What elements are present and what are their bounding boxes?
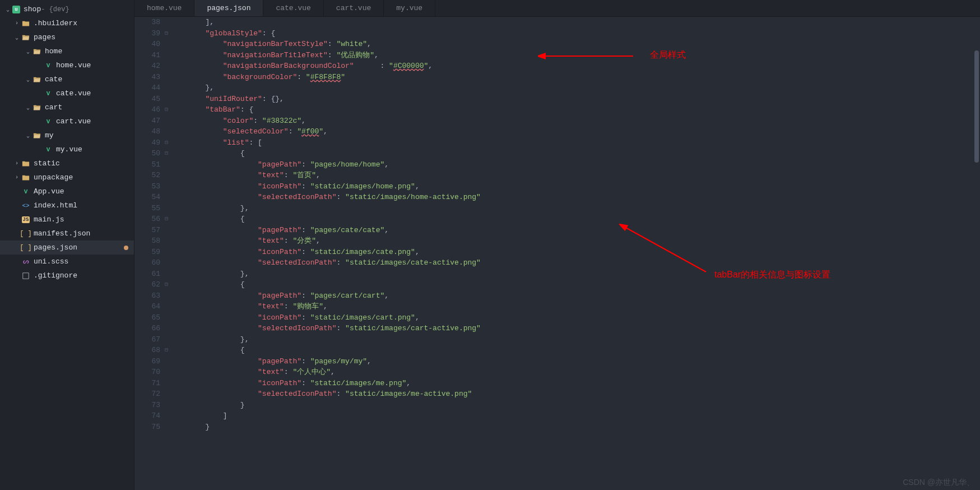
code-line[interactable]: "selectedIconPath": "static/images/cate-…	[170, 257, 980, 269]
tab-home-vue[interactable]: home.vue	[134, 0, 194, 16]
code-line[interactable]: "tabBar": {	[170, 104, 980, 115]
chevron-icon: ⌄	[25, 76, 31, 83]
code-line[interactable]: "navigationBarBackgroundColor" : "#C0000…	[170, 61, 980, 72]
git-icon	[21, 271, 30, 280]
code-content[interactable]: ], "globalStyle": { "navigationBarTextSt…	[170, 17, 980, 490]
code-editor[interactable]: 3839404142434445464748495051525354555657…	[134, 17, 980, 490]
tree-item-home[interactable]: ⌄home	[0, 44, 134, 58]
code-line[interactable]: "pagePath": "pages/cart/cart",	[170, 290, 980, 302]
code-line[interactable]: "color": "#38322c",	[170, 115, 980, 127]
json-icon: [ ]	[21, 243, 30, 252]
tree-item-static[interactable]: ›static	[0, 156, 134, 170]
code-line[interactable]: "selectedColor": "#f00",	[170, 126, 980, 137]
tree-item-label: home	[45, 47, 62, 56]
tree-item-label: App.vue	[34, 187, 64, 196]
code-line[interactable]: {	[170, 214, 980, 225]
tree-item-cart[interactable]: ⌄cart	[0, 100, 134, 114]
tree-item-unpackage[interactable]: ›unpackage	[0, 170, 134, 184]
tree-item--hbuilderx[interactable]: ›.hbuilderx	[0, 16, 134, 30]
vue-icon: V	[21, 187, 30, 196]
code-line[interactable]: "globalStyle": {	[170, 28, 980, 39]
code-line[interactable]: "pagePath": "pages/home/home",	[170, 159, 980, 170]
code-line[interactable]: "list": [	[170, 137, 980, 149]
tree-item-label: cate.vue	[56, 89, 91, 98]
code-line[interactable]: ],	[170, 17, 980, 28]
code-line[interactable]: "selectedIconPath": "static/images/cart-…	[170, 323, 980, 334]
code-line[interactable]: {	[170, 279, 980, 290]
code-line[interactable]: "iconPath": "static/images/cate.png",	[170, 247, 980, 258]
tree-item-label: cart	[45, 103, 62, 112]
code-line[interactable]: ]	[170, 410, 980, 422]
tree-item-index-html[interactable]: <>index.html	[0, 198, 134, 212]
vue-icon: V	[44, 89, 53, 98]
scrollbar-thumb[interactable]	[974, 50, 979, 163]
folder-open-icon	[32, 75, 41, 84]
code-line[interactable]: "navigationBarTitleText": "优品购物",	[170, 50, 980, 61]
code-line[interactable]: "text": "购物车",	[170, 301, 980, 312]
code-line[interactable]: "selectedIconPath": "static/images/home-…	[170, 192, 980, 203]
code-line[interactable]: "text": "个人中心",	[170, 367, 980, 378]
code-line[interactable]: }	[170, 400, 980, 411]
code-line[interactable]: {	[170, 345, 980, 356]
tree-item-app-vue[interactable]: VApp.vue	[0, 184, 134, 198]
project-suffix: - {dev}	[41, 6, 69, 13]
code-line[interactable]: }	[170, 422, 980, 433]
folder-icon	[21, 159, 30, 168]
tab-cate-vue[interactable]: cate.vue	[263, 0, 323, 16]
chevron-icon: ⌄	[25, 104, 31, 111]
chevron-icon: ⌄	[13, 34, 20, 41]
tree-item--gitignore[interactable]: .gitignore	[0, 269, 134, 283]
code-line[interactable]: "text": "分类",	[170, 235, 980, 247]
code-line[interactable]: "iconPath": "static/images/home.png",	[170, 181, 980, 192]
tree-item-cart-vue[interactable]: Vcart.vue	[0, 114, 134, 128]
tree-item-cate[interactable]: ⌄cate	[0, 72, 134, 86]
tree-item-pages[interactable]: ⌄pages	[0, 30, 134, 44]
code-line[interactable]: "iconPath": "static/images/cart.png",	[170, 312, 980, 323]
tree-item-my[interactable]: ⌄my	[0, 128, 134, 142]
tree-item-cate-vue[interactable]: Vcate.vue	[0, 86, 134, 100]
folder-icon	[21, 173, 30, 182]
tree-item-label: cart.vue	[56, 117, 91, 126]
code-line[interactable]: },	[170, 203, 980, 214]
code-line[interactable]: "navigationBarTextStyle": "white",	[170, 39, 980, 50]
code-line[interactable]: "uniIdRouter": {},	[170, 94, 980, 105]
code-line[interactable]: },	[170, 82, 980, 94]
folder-open-icon	[32, 47, 41, 56]
code-line[interactable]: "backgroundColor": "#F8F8F8"	[170, 72, 980, 83]
folder-icon	[21, 19, 30, 28]
chevron-icon: ⌄	[25, 132, 31, 139]
project-root[interactable]: ⌄ u shop - {dev}	[0, 2, 134, 16]
code-line[interactable]: },	[170, 334, 980, 345]
fold-column: ⊟⊟⊟⊟⊟⊟⊟	[162, 17, 170, 490]
tree-item-main-js[interactable]: JSmain.js	[0, 212, 134, 226]
tree-item-home-vue[interactable]: Vhome.vue	[0, 58, 134, 72]
tree-item-label: uni.scss	[34, 257, 68, 266]
code-line[interactable]: "selectedIconPath": "static/images/me-ac…	[170, 389, 980, 400]
tab-pages-json[interactable]: pages.json	[194, 0, 263, 16]
vue-icon: V	[44, 117, 53, 126]
uniapp-icon: u	[12, 6, 20, 13]
tree-item-label: cate	[45, 75, 62, 84]
tree-item-label: home.vue	[56, 61, 91, 70]
vertical-scrollbar[interactable]	[973, 17, 980, 490]
tree-item-manifest-json[interactable]: [ ]manifest.json	[0, 226, 134, 241]
tree-item-label: index.html	[34, 201, 77, 210]
chevron-icon: ›	[13, 20, 20, 26]
tree-item-label: my	[45, 131, 54, 140]
code-line[interactable]: {	[170, 148, 980, 159]
tree-item-uni-scss[interactable]: ᔕuni.scss	[0, 255, 134, 269]
tab-cart-vue[interactable]: cart.vue	[324, 0, 384, 16]
tree-item-label: my.vue	[56, 145, 82, 154]
tree-item-pages-json[interactable]: [ ]pages.json	[0, 241, 134, 255]
tree-item-label: manifest.json	[34, 229, 90, 238]
watermark: CSDN @亦世凡华、	[903, 478, 974, 488]
tab-my-vue[interactable]: my.vue	[384, 0, 435, 16]
code-line[interactable]: "pagePath": "pages/cate/cate",	[170, 225, 980, 236]
code-line[interactable]: "text": "首页",	[170, 170, 980, 181]
code-line[interactable]: },	[170, 269, 980, 280]
code-line[interactable]: "iconPath": "static/images/me.png",	[170, 378, 980, 389]
tree-item-label: main.js	[34, 215, 64, 224]
tree-item-my-vue[interactable]: Vmy.vue	[0, 142, 134, 156]
code-line[interactable]: "pagePath": "pages/my/my",	[170, 356, 980, 367]
scss-icon: ᔕ	[21, 257, 30, 266]
